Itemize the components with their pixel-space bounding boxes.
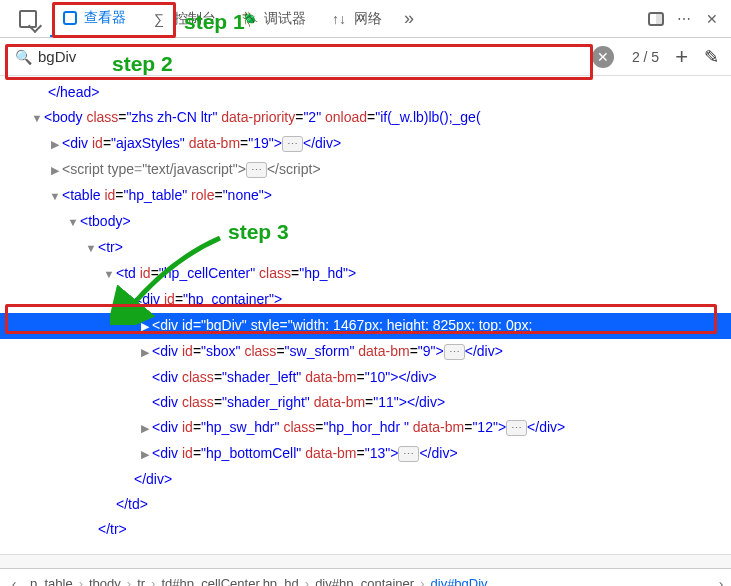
- node-ajaxstyles: ▶<div id="ajaxStyles" data-bm="19">⋯</di…: [0, 131, 731, 157]
- node-sw-hdr: ▶<div id="hp_sw_hdr" class="hp_hor_hdr "…: [0, 415, 731, 441]
- crumb-item[interactable]: tr: [131, 576, 151, 586]
- devtools-tabs: 查看器 ∑ 控制台 🪲 调试器 ↑↓ 网络 » ⋯ ✕: [0, 0, 731, 38]
- clear-search-button[interactable]: ✕: [592, 46, 614, 68]
- tabs-overflow[interactable]: »: [394, 8, 424, 29]
- node-sbox: ▶<div id="sbox" class="sw_sform" data-bm…: [0, 339, 731, 365]
- add-button[interactable]: +: [671, 44, 692, 70]
- network-icon: ↑↓: [330, 10, 348, 28]
- svg-rect-2: [656, 13, 663, 25]
- dock-icon[interactable]: [647, 10, 665, 28]
- node-td-end: </td>: [0, 492, 731, 517]
- node-tbody: ▼<tbody>: [0, 209, 731, 235]
- tab-console-label: 控制台: [174, 10, 216, 28]
- ellipsis-icon[interactable]: ⋯: [506, 420, 527, 436]
- crumb-item-active[interactable]: div#bgDiv: [425, 576, 494, 586]
- node-td: ▼<td id="hp_cellCenter" class="hp_hd">: [0, 261, 731, 287]
- breadcrumb: ‹ p_table› tbody› tr› td#hp_cellCenter.h…: [0, 568, 731, 586]
- node-tr-end: </tr>: [0, 517, 731, 542]
- crumb-item[interactable]: div#hp_container: [309, 576, 420, 586]
- debugger-icon: 🪲: [240, 10, 258, 28]
- ellipsis-icon[interactable]: ⋯: [444, 344, 465, 360]
- tab-debugger[interactable]: 🪲 调试器: [228, 0, 318, 37]
- node-body: ▼<body class="zhs zh-CN ltr" data-priori…: [0, 105, 731, 131]
- inspector-icon: [62, 10, 78, 26]
- crumb-item[interactable]: tbody: [83, 576, 127, 586]
- tab-inspector[interactable]: 查看器: [50, 0, 138, 37]
- devtools-more[interactable]: ⋯: [675, 10, 693, 28]
- element-picker-icon: [19, 10, 37, 28]
- node-bottom-cell: ▶<div id="hp_bottomCell" data-bm="13">⋯<…: [0, 441, 731, 467]
- search-input[interactable]: [38, 48, 586, 65]
- search-row: 🔍 ✕ 2 / 5 + ✎: [0, 38, 731, 76]
- node-head-close: </head>: [0, 80, 731, 105]
- search-count: 2 / 5: [628, 49, 663, 65]
- node-tr: ▼<tr>: [0, 235, 731, 261]
- close-devtools[interactable]: ✕: [703, 10, 721, 28]
- node-hp-container: ▼<div id="hp_container">: [0, 287, 731, 313]
- search-icon: 🔍: [14, 48, 32, 66]
- node-shader-left: <div class="shader_left" data-bm="10"></…: [0, 365, 731, 390]
- node-script: ▶<script type="text/javascript">⋯</scrip…: [0, 157, 731, 183]
- element-picker-button[interactable]: [6, 10, 50, 28]
- markup-view[interactable]: </head> ▼<body class="zhs zh-CN ltr" dat…: [0, 76, 731, 554]
- tab-debugger-label: 调试器: [264, 10, 306, 28]
- ellipsis-icon[interactable]: ⋯: [282, 136, 303, 152]
- tab-network-label: 网络: [354, 10, 382, 28]
- search-box: 🔍 ✕: [8, 42, 620, 72]
- tab-network[interactable]: ↑↓ 网络: [318, 0, 394, 37]
- tab-console[interactable]: ∑ 控制台: [138, 0, 228, 37]
- tab-inspector-label: 查看器: [84, 9, 126, 27]
- svg-rect-0: [64, 12, 76, 24]
- crumb-item[interactable]: p_table: [24, 576, 79, 586]
- horizontal-scrollbar[interactable]: [0, 554, 731, 568]
- eyedropper-button[interactable]: ✎: [700, 46, 723, 68]
- ellipsis-icon[interactable]: ⋯: [246, 162, 267, 178]
- node-bgdiv[interactable]: ▶<div id="bgDiv" style="width: 1467px; h…: [0, 313, 731, 339]
- node-shader-right: <div class="shader_right" data-bm="11"><…: [0, 390, 731, 415]
- node-div-end: </div>: [0, 467, 731, 492]
- ellipsis-icon[interactable]: ⋯: [398, 446, 419, 462]
- console-icon: ∑: [150, 10, 168, 28]
- crumb-prev[interactable]: ‹: [4, 576, 24, 587]
- crumb-next[interactable]: ›: [711, 576, 731, 587]
- node-table: ▼<table id="hp_table" role="none">: [0, 183, 731, 209]
- crumb-item[interactable]: td#hp_cellCenter.hp_hd: [155, 576, 304, 586]
